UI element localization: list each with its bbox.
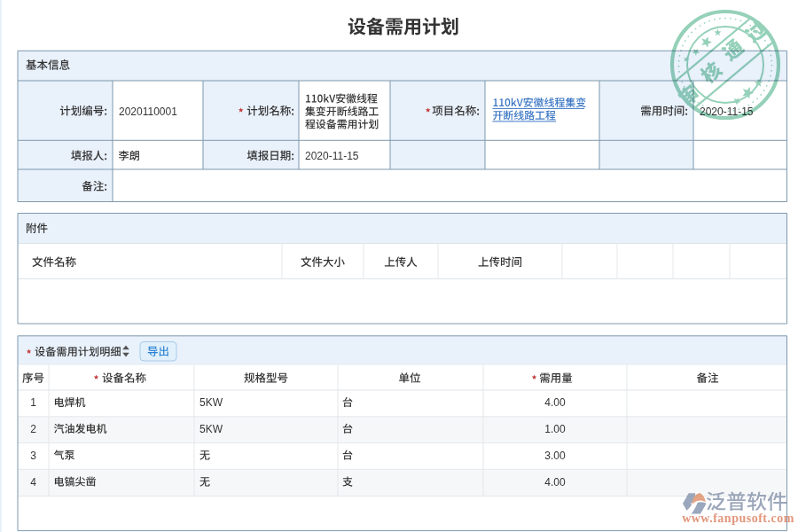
svg-text:1.00: 1.00: [544, 423, 566, 435]
svg-text:5KW: 5KW: [200, 423, 223, 435]
svg-text:4.00: 4.00: [544, 396, 566, 409]
svg-text:2020110001: 2020110001: [119, 106, 177, 118]
svg-text:2: 2: [30, 423, 36, 435]
svg-text:5KW: 5KW: [200, 396, 223, 409]
svg-text:3.00: 3.00: [544, 450, 566, 462]
svg-text:3: 3: [30, 450, 36, 462]
svg-text:4.00: 4.00: [544, 476, 566, 489]
svg-text:1: 1: [30, 396, 36, 409]
svg-text:www.fanpusoft.com: www.fanpusoft.com: [682, 512, 794, 525]
svg-text:4: 4: [30, 476, 36, 489]
svg-text:2020-11-15: 2020-11-15: [305, 150, 359, 162]
